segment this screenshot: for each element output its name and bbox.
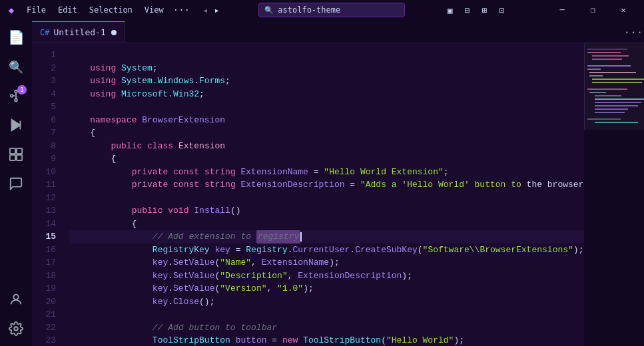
tab-bar: C# Untitled-1 ··· [32, 20, 644, 43]
tab-untitled-1[interactable]: C# Untitled-1 [32, 21, 125, 43]
code-line-5 [69, 100, 584, 114]
layout-btn-3[interactable]: ⊞ [477, 3, 493, 17]
code-line-4: using Microsoft.Win32; [69, 88, 584, 101]
activity-source-control[interactable]: 1 [3, 83, 29, 109]
layout-btn-1[interactable]: ▣ [442, 3, 458, 17]
code-line-10: private const string ExtensionName = "He… [69, 166, 584, 179]
code-line-23: ToolStripButton button = new ToolStripBu… [69, 334, 584, 346]
search-bar[interactable]: 🔍 astolfo-theme [258, 3, 405, 17]
code-editor[interactable]: using System; using System.Windows.Forms… [67, 43, 584, 346]
tab-modified-dot [111, 30, 117, 35]
menu-view[interactable]: View [139, 4, 169, 16]
svg-rect-10 [17, 155, 22, 160]
accounts-icon [9, 292, 23, 307]
extensions-icon [9, 147, 23, 162]
search-text: astolfo-theme [278, 5, 340, 15]
editor[interactable]: 1 2 3 4 5 6 7 8 9 10 11 12 13 14 15 16 1… [32, 43, 644, 346]
search-icon: 🔍 [264, 6, 274, 15]
title-bar: ◆ File Edit Selection View ··· ◂ ▸ 🔍 ast… [0, 0, 644, 20]
minimap-viewport [584, 43, 644, 130]
settings-icon [9, 321, 23, 336]
menu-file[interactable]: File [21, 4, 51, 16]
tab-label: Untitled-1 [53, 27, 105, 37]
code-line-19: key.SetValue("Version", "1.0"); [69, 282, 584, 295]
code-line-13: public void Install() [69, 204, 584, 218]
activity-accounts[interactable] [3, 286, 29, 313]
tab-lang-icon: C# [40, 28, 49, 37]
svg-rect-8 [17, 148, 22, 154]
code-line-12 [69, 192, 584, 205]
code-line-11: private const string ExtensionDescriptio… [69, 178, 584, 192]
activity-chat[interactable] [3, 170, 29, 197]
activity-explorer[interactable]: 📄 [3, 24, 29, 51]
code-line-9: { [69, 152, 584, 166]
code-line-3: using System.Windows.Forms; [69, 75, 584, 88]
code-line-7: { [69, 126, 584, 140]
activity-search[interactable]: 🔍 [3, 53, 29, 80]
code-line-20: key.Close(); [69, 295, 584, 309]
svg-point-12 [14, 327, 18, 331]
tab-actions[interactable]: ··· [623, 21, 644, 43]
window-controls: ─ ❐ ✕ [547, 0, 639, 20]
nav-forward[interactable]: ▸ [212, 5, 221, 15]
source-control-badge: 1 [17, 85, 27, 94]
explorer-icon: 📄 [8, 29, 25, 45]
code-line-15: // Add extension to registry [69, 230, 584, 244]
activity-settings[interactable] [3, 315, 29, 342]
line-numbers: 1 2 3 4 5 6 7 8 9 10 11 12 13 14 15 16 1… [32, 43, 67, 346]
minimize-button[interactable]: ─ [547, 0, 577, 20]
chat-icon [9, 176, 23, 191]
activity-run[interactable] [3, 112, 29, 138]
svg-point-11 [13, 295, 18, 299]
activity-extensions[interactable] [3, 141, 29, 168]
close-button[interactable]: ✕ [608, 0, 639, 20]
code-line-1 [69, 49, 584, 62]
menu-edit[interactable]: Edit [53, 4, 83, 16]
minimap [584, 43, 644, 346]
svg-rect-7 [10, 148, 15, 154]
menu-bar: File Edit Selection View ··· [21, 4, 192, 16]
code-line-22: // Add button to toolbar [69, 321, 584, 335]
code-line-18: key.SetValue("Description", ExtensionDes… [69, 269, 584, 283]
code-line-14: { [69, 218, 584, 231]
layout-btn-4[interactable]: ⊡ [494, 3, 510, 17]
menu-selection[interactable]: Selection [84, 4, 138, 16]
app-icon: ◆ [5, 4, 17, 16]
main-layout: 📄 🔍 1 [0, 20, 644, 346]
svg-rect-9 [10, 155, 15, 160]
svg-marker-5 [12, 120, 21, 131]
code-line-16: RegistryKey key = Registry.CurrentUser.C… [69, 244, 584, 257]
code-line-6: namespace BrowserExtension [69, 114, 584, 127]
search-icon: 🔍 [9, 60, 23, 74]
nav-back[interactable]: ◂ [200, 5, 210, 15]
run-icon [9, 118, 23, 132]
code-line-21 [69, 308, 584, 321]
restore-button[interactable]: ❐ [577, 0, 608, 20]
svg-point-2 [11, 94, 13, 97]
activity-bar: 📄 🔍 1 [0, 20, 32, 346]
code-line-17: key.SetValue("Name", ExtensionName); [69, 256, 584, 269]
svg-point-1 [15, 99, 17, 102]
code-line-2: using System; [69, 62, 584, 75]
code-line-8: public class Extension [69, 140, 584, 153]
menu-more[interactable]: ··· [170, 5, 192, 15]
layout-btn-2[interactable]: ⊟ [460, 3, 476, 17]
editor-area: C# Untitled-1 ··· 1 2 3 4 5 6 7 8 9 10 1… [32, 20, 644, 346]
